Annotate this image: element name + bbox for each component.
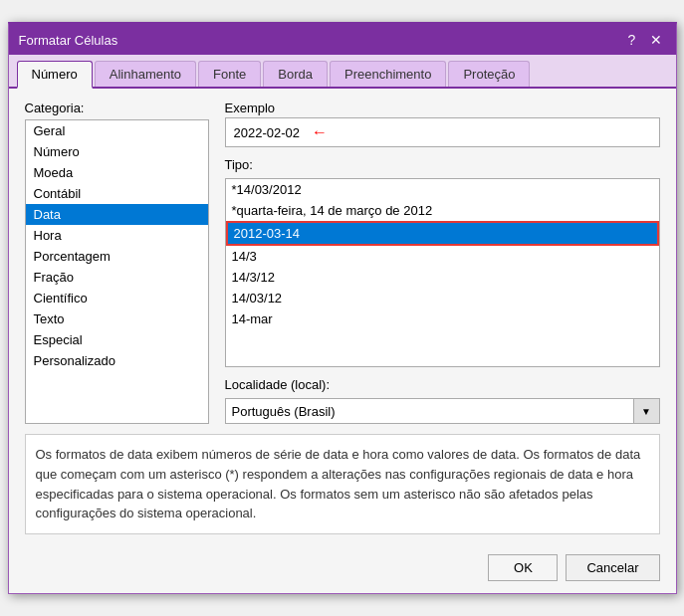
example-section: Exemplo 2022-02-02 ← xyxy=(225,101,660,147)
cat-item-data[interactable]: Data xyxy=(26,204,208,225)
example-box: 2022-02-02 ← xyxy=(225,117,660,147)
main-content: Categoria: Geral Número Moeda Contábil D… xyxy=(25,101,660,424)
cat-item-especial[interactable]: Especial xyxy=(26,329,208,350)
tab-borda[interactable]: Borda xyxy=(263,61,328,87)
title-bar: Formatar Células ? ✕ xyxy=(9,25,676,55)
cat-item-numero[interactable]: Número xyxy=(26,141,208,162)
example-label: Exemplo xyxy=(225,101,660,115)
cat-item-cientifico[interactable]: Científico xyxy=(26,288,208,308)
type-section: Tipo: *14/03/2012 *quarta-feira, 14 de m… xyxy=(225,157,660,367)
locale-select-wrap[interactable]: Português (Brasil) ▼ xyxy=(225,398,660,424)
locale-value: Português (Brasil) xyxy=(226,402,633,421)
locale-dropdown-button[interactable]: ▼ xyxy=(633,399,659,423)
type-label: Tipo: xyxy=(225,157,660,172)
locale-section: Localidade (local): Português (Brasil) ▼ xyxy=(225,377,660,424)
arrow-icon: ← xyxy=(312,123,328,141)
type-item-5[interactable]: 14/03/12 xyxy=(226,288,659,308)
cat-item-personalizado[interactable]: Personalizado xyxy=(26,350,208,371)
tab-preenchimento[interactable]: Preenchimento xyxy=(330,61,446,87)
type-list[interactable]: *14/03/2012 *quarta-feira, 14 de março d… xyxy=(225,178,660,367)
format-cells-dialog: Formatar Células ? ✕ Número Alinhamento … xyxy=(8,22,677,594)
type-item-1[interactable]: *quarta-feira, 14 de março de 2012 xyxy=(226,200,659,221)
cat-item-contabil[interactable]: Contábil xyxy=(26,183,208,204)
cat-item-porcentagem[interactable]: Porcentagem xyxy=(26,246,208,267)
type-item-3[interactable]: 14/3 xyxy=(226,246,659,267)
cat-item-geral[interactable]: Geral xyxy=(26,120,208,141)
type-item-2[interactable]: 2012-03-14 xyxy=(226,221,659,246)
footer: OK Cancelar xyxy=(9,546,676,593)
type-item-6[interactable]: 14-mar xyxy=(226,308,659,329)
cancel-button[interactable]: Cancelar xyxy=(566,554,659,581)
locale-label: Localidade (local): xyxy=(225,377,660,392)
tab-alinhamento[interactable]: Alinhamento xyxy=(95,61,196,87)
cat-item-texto[interactable]: Texto xyxy=(26,308,208,329)
tab-numero[interactable]: Número xyxy=(17,61,93,89)
ok-button[interactable]: OK xyxy=(488,554,558,581)
cat-item-fracao[interactable]: Fração xyxy=(26,267,208,288)
description-area: Os formatos de data exibem números de sé… xyxy=(25,434,660,534)
type-item-4[interactable]: 14/3/12 xyxy=(226,267,659,288)
description-text: Os formatos de data exibem números de sé… xyxy=(36,447,641,520)
tab-fonte[interactable]: Fonte xyxy=(198,61,261,87)
example-value: 2022-02-02 xyxy=(234,125,301,140)
tab-protecao[interactable]: Proteção xyxy=(448,61,530,87)
category-label: Categoria: xyxy=(25,101,209,115)
left-panel: Categoria: Geral Número Moeda Contábil D… xyxy=(25,101,209,424)
dialog-title: Formatar Células xyxy=(19,33,118,48)
right-panel: Exemplo 2022-02-02 ← Tipo: *14/03/2012 *… xyxy=(225,101,660,424)
cat-item-hora[interactable]: Hora xyxy=(26,225,208,246)
category-list[interactable]: Geral Número Moeda Contábil Data Hora Po… xyxy=(25,119,209,424)
dialog-body: Categoria: Geral Número Moeda Contábil D… xyxy=(9,89,676,546)
cat-item-moeda[interactable]: Moeda xyxy=(26,162,208,183)
type-item-0[interactable]: *14/03/2012 xyxy=(226,179,659,200)
close-button[interactable]: ✕ xyxy=(646,30,666,50)
tab-bar: Número Alinhamento Fonte Borda Preenchim… xyxy=(9,55,676,89)
help-button[interactable]: ? xyxy=(622,30,642,50)
title-bar-controls: ? ✕ xyxy=(622,30,666,50)
